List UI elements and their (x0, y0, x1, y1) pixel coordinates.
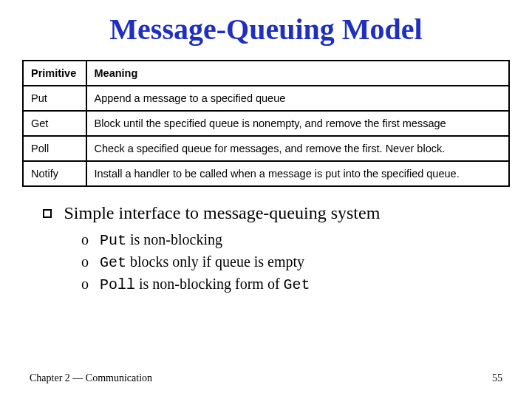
cell-meaning: Check a specified queue for messages, an… (86, 136, 509, 161)
table-row: Notify Install a handler to be called wh… (23, 161, 509, 186)
cell-primitive: Put (23, 86, 86, 111)
table-row: Put Append a message to a specified queu… (23, 86, 509, 111)
sub-bullet-text: is non-blocking form of (135, 276, 284, 292)
slide-title: Message-Queuing Model (22, 12, 510, 47)
sub-bullet-text: is non-blocking (126, 231, 222, 248)
cell-meaning: Block until the specified queue is nonem… (86, 111, 509, 136)
circle-bullet-icon: o (81, 231, 96, 248)
footer: Chapter 2 — Communication 55 (30, 372, 502, 384)
header-primitive: Primitive (23, 61, 86, 86)
square-bullet-icon (43, 209, 52, 218)
code-term: Get (284, 276, 310, 293)
sub-bullet: o Poll is non-blocking form of Get (81, 273, 510, 296)
header-meaning: Meaning (86, 61, 509, 86)
code-term: Get (100, 254, 126, 271)
sub-bullet-text: blocks only if queue is empty (126, 253, 304, 270)
main-bullet: Simple interface to message-queuing syst… (43, 203, 510, 223)
sub-bullet-list: o Put is non-blocking o Get blocks only … (81, 229, 510, 296)
cell-primitive: Notify (23, 161, 86, 186)
table-row: Poll Check a specified queue for message… (23, 136, 509, 161)
main-bullet-text: Simple interface to message-queuing syst… (64, 203, 380, 222)
footer-page-number: 55 (492, 372, 502, 384)
table-row: Get Block until the specified queue is n… (23, 111, 509, 136)
table-header-row: Primitive Meaning (23, 61, 509, 86)
cell-meaning: Install a handler to be called when a me… (86, 161, 509, 186)
circle-bullet-icon: o (81, 253, 96, 270)
cell-meaning: Append a message to a specified queue (86, 86, 509, 111)
code-term: Put (100, 232, 126, 249)
sub-bullet: o Get blocks only if queue is empty (81, 251, 510, 273)
sub-bullet: o Put is non-blocking (81, 229, 510, 251)
code-term: Poll (100, 276, 135, 293)
cell-primitive: Poll (23, 136, 86, 161)
cell-primitive: Get (23, 111, 86, 136)
primitives-table: Primitive Meaning Put Append a message t… (22, 60, 510, 187)
circle-bullet-icon: o (81, 276, 96, 293)
footer-chapter: Chapter 2 — Communication (30, 372, 152, 384)
